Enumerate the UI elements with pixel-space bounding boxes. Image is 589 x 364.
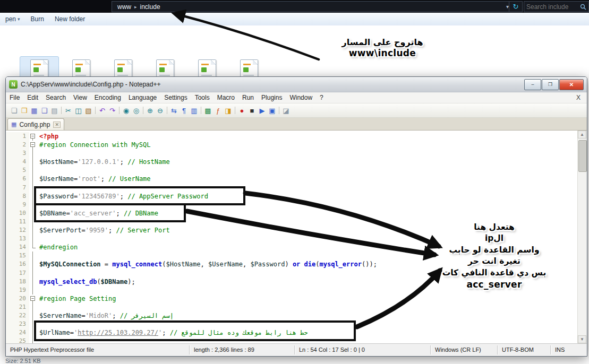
menu-window[interactable]: Window — [286, 94, 316, 101]
line-number: 9 — [6, 201, 29, 209]
fold-margin — [29, 243, 36, 252]
breadcrumb-item-www[interactable]: www — [115, 3, 133, 11]
code-token: = — [101, 261, 113, 268]
find-icon[interactable]: ◉ — [121, 106, 131, 116]
menu-run[interactable]: Run — [238, 94, 258, 101]
menu-edit[interactable]: Edit — [23, 94, 42, 101]
menu-tools[interactable]: Tools — [191, 94, 214, 101]
vertical-scrollbar[interactable]: ▲ ▼ — [577, 131, 587, 343]
replace-icon[interactable]: ◎ — [131, 106, 141, 116]
redo-icon[interactable]: ↷ — [107, 106, 117, 116]
undo-icon[interactable]: ↶ — [97, 106, 107, 116]
indent-guide-icon[interactable]: ▥ — [189, 106, 199, 116]
copy-icon[interactable]: ◫ — [73, 106, 83, 116]
search-input[interactable] — [524, 3, 580, 11]
show-all-chars-icon[interactable]: ¶ — [179, 106, 189, 116]
code-line-20: 20−#region Page Setting — [6, 294, 578, 303]
refresh-button[interactable]: ↻ — [509, 1, 523, 12]
fold-margin: − — [29, 294, 36, 303]
breadcrumb-item-include[interactable]: include — [138, 3, 163, 11]
menu-settings[interactable]: Settings — [160, 94, 191, 101]
status-segment-5: UTF-8-BOM — [498, 345, 551, 354]
save-macro-icon[interactable]: ▣ — [267, 106, 277, 116]
file-size-label: Size: 2.51 KB — [5, 358, 41, 364]
command-pen[interactable]: pen▾ — [0, 15, 25, 23]
paste-icon[interactable]: ▧ — [83, 106, 93, 116]
code-token: ; — [101, 175, 108, 183]
search-icon — [580, 4, 586, 10]
minimize-button[interactable]: – — [524, 79, 541, 90]
annotation-line: واسم القاعدة لو حابب — [440, 245, 549, 256]
annotation-top-note: هاتروح على المسارwww\include — [327, 37, 438, 59]
zoom-out-icon[interactable]: ⊖ — [155, 106, 165, 116]
command-burn[interactable]: Burn — [25, 15, 49, 23]
line-number: 4 — [6, 158, 29, 166]
tab-config-php[interactable]: ▦ Config.php ✕ — [7, 118, 64, 130]
menu-plugins[interactable]: Plugins — [258, 94, 286, 101]
function-list-icon[interactable]: ƒ — [213, 106, 223, 116]
new-file-icon[interactable]: ❏ — [9, 106, 19, 116]
status-segment-3: Ln : 54 Col : 17 Sel : 0 | 0 — [295, 345, 431, 354]
fold-margin — [29, 311, 36, 320]
code-token: = — [81, 312, 85, 319]
save-all-icon[interactable]: ❑ — [39, 106, 49, 116]
play-macro-icon[interactable]: ▶ — [257, 106, 267, 116]
window-title: C:\AppServ\www\include\Config.php - Note… — [21, 81, 160, 88]
cut-icon[interactable]: ✂ — [63, 106, 73, 116]
code-token: // HostName — [127, 158, 169, 166]
fold-collapse-icon[interactable]: − — [30, 134, 35, 138]
code-token: $UserName — [208, 261, 243, 268]
code-token: $ServerPort — [39, 227, 81, 234]
line-number: 19 — [6, 286, 29, 294]
code-token: #region Connection with MySQL — [39, 141, 151, 149]
folder-workspace-icon[interactable]: ◨ — [223, 106, 233, 116]
code-token: $MySQLConnection — [39, 261, 101, 268]
annotation-line: acc_server — [440, 279, 549, 291]
maximize-button[interactable]: ❐ — [542, 79, 559, 90]
code-token: $HostName — [166, 261, 200, 268]
search-box[interactable] — [524, 1, 589, 12]
code-text — [36, 166, 578, 175]
scrollbar-thumb[interactable] — [578, 140, 587, 172]
zoom-in-icon[interactable]: ⊕ — [145, 106, 155, 116]
code-line-2: 2−#region Connection with MySQL — [6, 141, 578, 149]
doc-map-icon[interactable]: ▩ — [203, 106, 213, 116]
monitoring-icon[interactable]: ◪ — [281, 106, 291, 116]
code-token: $ServerName — [39, 312, 81, 319]
annotation-line: تغيرة انت حر — [440, 256, 549, 267]
close-button[interactable]: ✕ — [559, 79, 584, 90]
save-icon[interactable]: ▦ — [29, 106, 39, 116]
npp-statusbar: PHP Hypertext Preprocessor filelength : … — [6, 343, 587, 356]
fold-collapse-icon[interactable]: − — [30, 142, 35, 147]
line-number: 10 — [6, 209, 29, 218]
menu-search[interactable]: Search — [42, 94, 70, 101]
menu-view[interactable]: View — [70, 94, 91, 101]
code-line-3: 3 — [6, 149, 578, 158]
fold-margin — [29, 226, 36, 235]
breadcrumb[interactable]: www▸include▾ — [112, 1, 514, 12]
scroll-down-icon[interactable]: ▼ — [578, 335, 586, 343]
word-wrap-icon[interactable]: ⇆ — [169, 106, 179, 116]
code-token — [300, 261, 304, 268]
titlebar[interactable]: N C:\AppServ\www\include\Config.php - No… — [6, 77, 587, 92]
record-macro-icon[interactable]: ● — [237, 106, 247, 116]
menu-file[interactable]: File — [6, 94, 23, 101]
code-text: #region Connection with MySQL — [36, 141, 578, 149]
scroll-up-icon[interactable]: ▲ — [578, 131, 586, 138]
line-number: 24 — [6, 328, 29, 337]
menu-item[interactable]: ? — [316, 94, 327, 101]
open-folder-icon[interactable]: ❒ — [19, 106, 29, 116]
stop-macro-icon[interactable]: ■ — [247, 106, 257, 116]
tab-close-icon[interactable]: ✕ — [53, 122, 61, 128]
code-token: // UserName — [108, 175, 150, 183]
notepadpp-icon: N — [9, 80, 18, 89]
menubar-close-button[interactable]: X — [576, 94, 581, 101]
menu-language[interactable]: Language — [125, 94, 160, 101]
menu-encoding[interactable]: Encoding — [91, 94, 125, 101]
command-new-folder[interactable]: New folder — [49, 15, 90, 23]
status-segment-6: INS — [551, 345, 587, 354]
print-icon[interactable]: ▤ — [49, 106, 59, 116]
code-token: // إسم السيرفر — [120, 312, 174, 319]
menu-macro[interactable]: Macro — [214, 94, 238, 101]
fold-collapse-icon[interactable]: − — [30, 296, 35, 301]
